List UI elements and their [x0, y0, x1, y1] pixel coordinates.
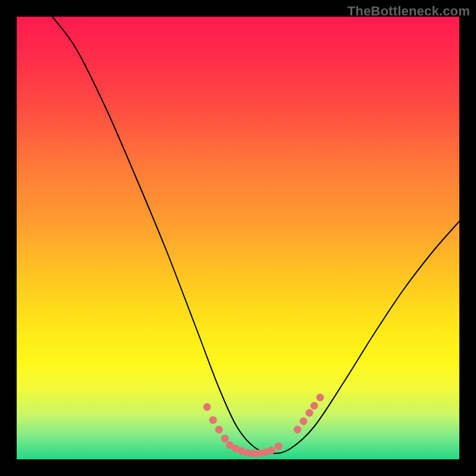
data-marker — [311, 402, 318, 410]
data-marker — [209, 416, 217, 424]
data-marker — [221, 435, 229, 443]
chart-svg — [17, 17, 459, 459]
data-marker — [275, 443, 283, 450]
data-marker — [203, 403, 211, 411]
data-marker — [215, 426, 223, 434]
data-marker — [300, 418, 308, 425]
chart-frame — [17, 17, 459, 459]
data-markers-group — [203, 394, 324, 458]
data-marker — [294, 426, 302, 434]
data-marker — [317, 394, 324, 402]
data-marker — [268, 447, 275, 455]
bottleneck-curve — [52, 17, 459, 453]
data-marker — [306, 409, 314, 417]
